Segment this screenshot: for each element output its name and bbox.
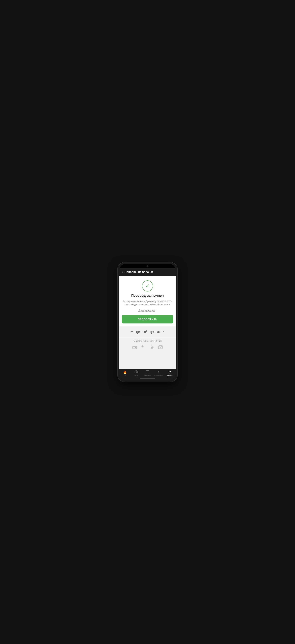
main-content: ✓ Перевод выполнен Вы отправили перевод …: [119, 276, 176, 369]
tsupis-section: ⌐ЕДИНЫЙ ЦУПИС¬: [119, 327, 176, 337]
svg-point-15: [169, 371, 171, 372]
android-icon[interactable]: [149, 344, 155, 350]
wallet-label: Попробуйте Кошелек ЦУПИС: [133, 340, 162, 342]
svg-rect-6: [151, 348, 151, 349]
wallet-icon[interactable]: [132, 344, 137, 350]
svg-rect-12: [146, 370, 149, 373]
phone-screen: ‹ Пополнение баланса ✓ Перевод выполнен …: [119, 264, 176, 380]
svg-rect-8: [158, 346, 162, 349]
nav-item-sport[interactable]: Спорт: [132, 370, 141, 376]
nav-item-bets-247[interactable]: Ставки 24/7: [154, 370, 163, 376]
back-button[interactable]: ‹: [122, 270, 123, 274]
svg-rect-1: [135, 347, 136, 348]
wallet-section: Попробуйте Кошелек ЦУПИС: [119, 337, 176, 369]
nav-label-sport: Спорт: [134, 375, 138, 376]
tsupis-logo: ⌐ЕДИНЫЙ ЦУПИС¬: [131, 330, 165, 334]
check-icon: ✓: [146, 284, 150, 288]
bottom-navigation: 🔥 Топ Спорт: [119, 369, 176, 377]
nav-label-bets-247: Ставки 24/7: [155, 375, 163, 376]
tsupis-bracket-right: ¬: [161, 329, 164, 334]
svg-rect-7: [152, 348, 152, 349]
payment-details-label: Детали платежа: [139, 309, 155, 312]
phone-device: ‹ Пополнение баланса ✓ Перевод выполнен …: [118, 262, 177, 382]
chevron-down-icon: ▾: [156, 309, 157, 311]
envelope-icon[interactable]: [158, 344, 163, 350]
profile-icon: [168, 370, 172, 374]
sport-icon: [135, 370, 138, 374]
success-title: Перевод выполнен: [131, 294, 164, 298]
svg-point-3: [152, 346, 153, 347]
lightning-icon: [157, 370, 160, 374]
success-card: ✓ Перевод выполнен Вы отправили перевод …: [119, 276, 176, 315]
svg-line-4: [151, 346, 151, 346]
success-description: Вы отправили перевод букмекеру БК «FON.B…: [122, 300, 173, 306]
bets-icon: [146, 370, 149, 374]
apple-icon[interactable]: [140, 344, 146, 350]
camera-notch: [147, 265, 148, 267]
flame-icon: 🔥: [123, 370, 127, 374]
home-indicator: [119, 377, 176, 380]
svg-line-5: [152, 346, 153, 346]
status-bar: [119, 264, 176, 268]
nav-label-top: Топ: [124, 374, 126, 376]
page-title: Пополнение баланса: [125, 270, 153, 274]
svg-point-2: [151, 346, 151, 347]
continue-button-wrapper: ПРОДОЛЖИТЬ: [119, 315, 176, 326]
wallet-icons-row: [132, 344, 163, 350]
tsupis-logo-text: ЕДИНЫЙ ЦУПИС: [134, 330, 162, 334]
tsupis-bracket-left: ⌐: [131, 329, 134, 334]
nav-label-my-bets: Мои пари: [144, 375, 151, 376]
home-bar: [140, 378, 155, 379]
header: ‹ Пополнение баланса: [119, 268, 176, 276]
nav-item-profile[interactable]: Профиль: [165, 370, 175, 376]
success-icon-circle: ✓: [142, 280, 153, 292]
nav-label-profile: Профиль: [167, 375, 173, 376]
screen: ‹ Пополнение баланса ✓ Перевод выполнен …: [119, 268, 176, 380]
nav-item-my-bets[interactable]: Мои пари: [143, 370, 152, 376]
payment-details-button[interactable]: Детали платежа ▾: [139, 309, 157, 312]
svg-point-11: [136, 372, 136, 372]
nav-item-top[interactable]: 🔥 Топ: [120, 370, 130, 376]
continue-button[interactable]: ПРОДОЛЖИТЬ: [122, 315, 173, 324]
